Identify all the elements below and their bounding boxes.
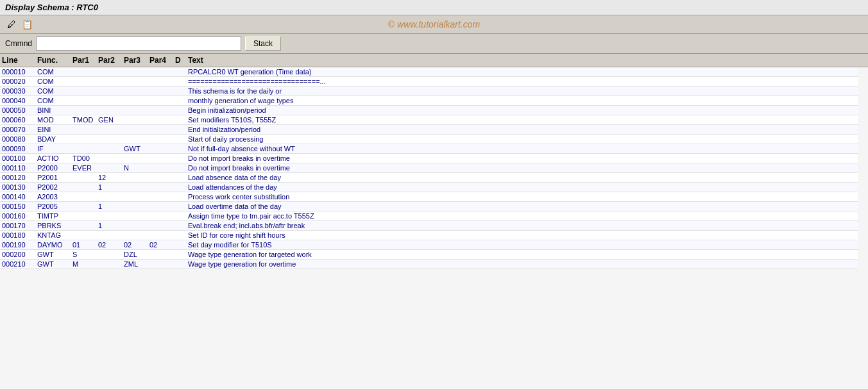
col-text: Wage type generation for targeted work	[186, 250, 858, 259]
col-par1: EVER	[71, 163, 96, 172]
col-func: MOD	[35, 115, 71, 124]
col-line: 000100	[0, 154, 35, 163]
header-par3: Par3	[122, 55, 148, 65]
col-line: 000040	[0, 96, 35, 105]
title-text: Display Schema : RTC0	[5, 3, 98, 12]
header-line: Line	[0, 55, 35, 65]
table-row[interactable]: 000090IFGWTNot if full-day absence witho…	[0, 144, 858, 154]
table-row[interactable]: 000120P200112Load absence data of the da…	[0, 173, 858, 183]
table-row[interactable]: 000170PBRKS1Eval.break end; incl.abs.bfr…	[0, 221, 858, 231]
col-par4	[148, 173, 173, 182]
watermark: © www.tutorialkart.com	[388, 19, 480, 29]
col-par3	[122, 96, 148, 105]
edit-icon[interactable]: 🖊	[5, 18, 18, 31]
col-text: Set modifiers T510S, T555Z	[186, 115, 858, 124]
col-func: COM	[35, 87, 71, 95]
col-func: P2000	[35, 163, 71, 172]
col-text: Set day modifier for T510S	[186, 240, 858, 249]
col-func: KNTAG	[35, 231, 71, 240]
col-par3	[122, 77, 148, 86]
col-par2	[96, 77, 122, 86]
col-par2	[96, 144, 122, 153]
col-func: DAYMO	[35, 240, 71, 249]
col-par4	[148, 154, 173, 163]
col-d	[173, 240, 186, 249]
col-func: TIMTP	[35, 211, 71, 220]
col-par4: 02	[148, 240, 173, 249]
table-header: Line Func. Par1 Par2 Par3 Par4 D Text	[0, 54, 868, 67]
col-line: 000190	[0, 240, 35, 249]
col-d	[173, 183, 186, 192]
col-d	[173, 260, 186, 269]
col-par4	[148, 221, 173, 230]
col-par4	[148, 250, 173, 259]
col-d	[173, 125, 186, 134]
col-par2: 1	[96, 221, 122, 230]
col-par4	[148, 260, 173, 269]
col-par4	[148, 77, 173, 86]
col-par2: 02	[96, 240, 122, 249]
table-row[interactable]: 000180KNTAGSet ID for core night shift h…	[0, 231, 858, 240]
col-par1	[71, 106, 96, 115]
table-row[interactable]: 000060MODTMODGENSet modifiers T510S, T55…	[0, 115, 858, 125]
col-par4	[148, 211, 173, 220]
col-func: GWT	[35, 250, 71, 259]
col-func: EINI	[35, 125, 71, 134]
header-text: Text	[186, 55, 868, 65]
col-par2: 12	[96, 173, 122, 182]
col-par4	[148, 231, 173, 240]
col-line: 000120	[0, 173, 35, 182]
table-row[interactable]: 000030COMThis schema is for the daily or	[0, 87, 858, 96]
table-row[interactable]: 000050BINIBegin initialization/period	[0, 106, 858, 115]
header-d: D	[173, 55, 186, 65]
col-par1	[71, 87, 96, 95]
col-line: 000160	[0, 211, 35, 220]
table-row[interactable]: 000070EINIEnd initialization/period	[0, 125, 858, 135]
col-d	[173, 87, 186, 95]
table-row[interactable]: 000100ACTIOTD00Do not import breaks in o…	[0, 154, 858, 163]
col-par4	[148, 163, 173, 172]
table-row[interactable]: 000150P20051Load overtime data of the da…	[0, 202, 858, 211]
table-row[interactable]: 000210GWTMZMLWage type generation for ov…	[0, 260, 858, 269]
table-row[interactable]: 000190DAYMO01020202Set day modifier for …	[0, 240, 858, 250]
table-row[interactable]: 000200GWTSDZLWage type generation for ta…	[0, 250, 858, 260]
col-text: Load attendances of the day	[186, 183, 858, 192]
col-func: P2005	[35, 202, 71, 211]
command-input[interactable]	[36, 37, 241, 51]
table-row[interactable]: 000130P20021Load attendances of the day	[0, 183, 858, 192]
col-text: Not if full-day absence without WT	[186, 144, 858, 153]
col-line: 000140	[0, 192, 35, 201]
col-text: Do not import breaks in overtime	[186, 154, 858, 163]
col-par1: TMOD	[71, 115, 96, 124]
table-row[interactable]: 000140A2003Process work center substitut…	[0, 192, 858, 202]
copy-icon[interactable]: 📋	[21, 18, 33, 31]
stack-button[interactable]: Stack	[245, 37, 281, 51]
col-par1	[71, 77, 96, 86]
col-par2: 1	[96, 183, 122, 192]
table-row[interactable]: 000040COMmonthly generation of wage type…	[0, 96, 858, 106]
table-row[interactable]: 000160TIMTPAssign time type to tm.pair a…	[0, 211, 858, 221]
col-d	[173, 202, 186, 211]
command-label: Cmmnd	[5, 39, 32, 48]
col-par4	[148, 87, 173, 95]
table-row[interactable]: 000010COMRPCALCR0 WT generation (Time da…	[0, 67, 858, 77]
col-par3: ZML	[122, 260, 148, 269]
header-func: Func.	[35, 55, 71, 65]
table-row[interactable]: 000110P2000EVERNDo not import breaks in …	[0, 163, 858, 173]
col-par2	[96, 211, 122, 220]
col-text: monthly generation of wage types	[186, 96, 858, 105]
command-bar: Cmmnd Stack	[0, 34, 868, 54]
table-row[interactable]: 000020COM===============================…	[0, 77, 858, 87]
col-line: 000210	[0, 260, 35, 269]
col-d	[173, 250, 186, 259]
col-text: RPCALCR0 WT generation (Time data)	[186, 67, 858, 76]
col-par4	[148, 144, 173, 153]
col-d	[173, 231, 186, 240]
col-d	[173, 163, 186, 172]
col-par2	[96, 163, 122, 172]
col-d	[173, 173, 186, 182]
main-content: 000010COMRPCALCR0 WT generation (Time da…	[0, 67, 868, 389]
col-par2	[96, 135, 122, 144]
table-row[interactable]: 000080BDAYStart of daily processing	[0, 135, 858, 144]
col-par3	[122, 135, 148, 144]
